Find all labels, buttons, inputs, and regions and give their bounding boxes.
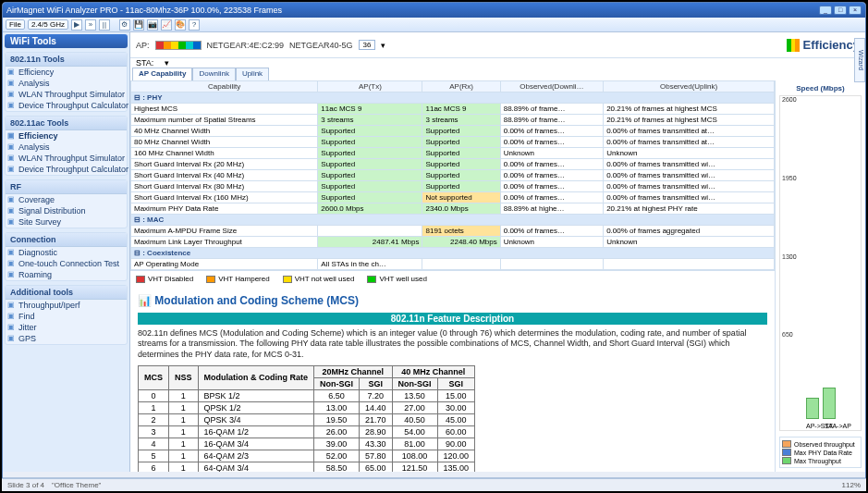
sta-label: STA: bbox=[136, 58, 153, 68]
sidebar-item[interactable]: Diagnostic bbox=[6, 247, 127, 258]
efficiency-header: Efficiency bbox=[787, 38, 860, 52]
sidebar-item[interactable]: Device Throughput Calculator bbox=[6, 164, 127, 175]
table-row[interactable]: Highest MCS11ac MCS 911ac MCS 988.89% of… bbox=[131, 104, 775, 115]
bar bbox=[806, 398, 819, 419]
panel-header[interactable]: 802.11n Tools bbox=[6, 53, 127, 67]
tab-downlink[interactable]: Downlink bbox=[192, 68, 235, 80]
section-header[interactable]: ⊟ : Coexistence bbox=[131, 248, 775, 259]
table-row[interactable]: Short Guard Interval Rx (80 MHz)Supporte… bbox=[131, 181, 775, 192]
sidebar-item[interactable]: Site Survey bbox=[6, 216, 127, 228]
table-row[interactable]: Short Guard Interval Rx (160 MHz)Support… bbox=[131, 192, 775, 203]
maximize-button[interactable]: □ bbox=[834, 6, 847, 15]
minimize-button[interactable]: _ bbox=[819, 6, 832, 15]
help-icon[interactable]: ? bbox=[189, 19, 200, 31]
table-row[interactable]: Maximum Link Layer Throughput2487.41 Mbp… bbox=[131, 237, 775, 248]
speed-chart: AP->STASTA->AP650130019502600 bbox=[779, 95, 862, 431]
desc-band: 802.11n Feature Description bbox=[138, 313, 767, 325]
table-row[interactable]: Maximum A-MPDU Frame Size8191 octets0.00… bbox=[131, 226, 775, 237]
table-row: 21QPSK 3/419.5021.7040.5045.00 bbox=[139, 413, 475, 425]
ap-ssid[interactable]: NETGEAR40-5G bbox=[289, 41, 353, 50]
column-header: Observed(Downli… bbox=[500, 81, 603, 92]
sidebar-header: WiFi Tools bbox=[5, 34, 128, 48]
column-header: Observed(Uplink) bbox=[604, 81, 775, 92]
section-header[interactable]: ⊟ : PHY bbox=[131, 92, 775, 104]
desc-title: Modulation and Coding Scheme (MCS) bbox=[138, 294, 767, 307]
sidebar-item[interactable]: Find bbox=[6, 311, 127, 322]
capture-icon[interactable]: 📷 bbox=[147, 19, 158, 31]
desc-text: 802.11n defines MCS (Modulation and Codi… bbox=[138, 328, 767, 360]
table-row[interactable]: 160 MHz Channel WidthSupportedSupportedU… bbox=[131, 148, 775, 159]
table-row[interactable]: 40 MHz Channel WidthSupportedSupported0.… bbox=[131, 126, 775, 137]
panel-header[interactable]: 802.11ac Tools bbox=[6, 117, 127, 130]
footer: Slide 3 of 4 "Office Theme" 112% bbox=[2, 478, 866, 491]
tabs: AP Capability Downlink Uplink bbox=[130, 68, 865, 80]
toolbar: File 2.4/5 GHz ▶ » || ⚙ 💾 📷 📈 🎨 ? bbox=[3, 18, 865, 32]
mcs-table: MCSNSSModulation & Coding Rate20MHz Chan… bbox=[138, 365, 475, 472]
ap-channel[interactable]: 36 bbox=[359, 40, 376, 50]
chart-icon[interactable]: 📈 bbox=[161, 19, 172, 31]
table-row[interactable]: 80 MHz Channel WidthSupportedSupported0.… bbox=[131, 137, 775, 148]
panel-header[interactable]: RF bbox=[6, 180, 127, 194]
chart-title: Speed (Mbps) bbox=[779, 84, 862, 92]
table-row: 4116-QAM 3/439.0043.3081.0090.00 bbox=[139, 438, 475, 450]
ap-label: AP: bbox=[136, 41, 150, 50]
wizard-tab[interactable]: Wizard bbox=[854, 38, 865, 82]
sidebar-item[interactable]: Efficiency bbox=[6, 67, 127, 78]
band-select[interactable]: 2.4/5 GHz bbox=[28, 19, 68, 30]
efficiency-icon bbox=[787, 39, 800, 52]
sidebar-item[interactable]: Signal Distribution bbox=[6, 205, 127, 216]
table-row[interactable]: AP Operating ModeAll STAs in the ch… bbox=[131, 259, 775, 270]
sta-dropdown-icon[interactable]: ▾ bbox=[165, 58, 169, 68]
ap-mac[interactable]: NETGEAR:4E:C2:99 bbox=[207, 41, 285, 50]
sidebar-item[interactable]: Throughput/Iperf bbox=[6, 300, 127, 311]
sidebar-item[interactable]: Jitter bbox=[6, 322, 127, 333]
table-row[interactable]: Short Guard Interval Rx (20 MHz)Supporte… bbox=[131, 159, 775, 170]
sidebar-item[interactable]: Roaming bbox=[6, 269, 127, 280]
save-icon[interactable]: 💾 bbox=[133, 19, 144, 31]
column-header: Capability bbox=[131, 81, 318, 92]
table-row: 11QPSK 1/213.0014.4027.0030.00 bbox=[139, 401, 475, 413]
tool-icon[interactable]: ⚙ bbox=[119, 19, 130, 31]
forward-icon[interactable]: » bbox=[85, 19, 96, 31]
bar bbox=[823, 388, 836, 419]
titlebar: AirMagnet WiFi Analyzer PRO - 11ac-80Mhz… bbox=[3, 3, 865, 18]
table-row[interactable]: Maximum PHY Data Rate2600.0 Mbps2340.0 M… bbox=[131, 203, 775, 215]
panel-header[interactable]: Connection bbox=[6, 233, 127, 247]
chart-legend: Observed throughputMax PHY Data RateMax … bbox=[779, 437, 862, 468]
capability-table: CapabilityAP(Tx)AP(Rx)Observed(Downli…Ob… bbox=[130, 80, 775, 270]
sidebar-item[interactable]: WLAN Throughput Simulator bbox=[6, 153, 127, 164]
vht-legend: VHT Disabled VHT Hampered VHT not well u… bbox=[130, 270, 775, 287]
column-header: AP(Tx) bbox=[318, 81, 422, 92]
table-row: 5164-QAM 2/352.0057.80108.00120.00 bbox=[139, 450, 475, 462]
tab-ap-capability[interactable]: AP Capability bbox=[132, 68, 192, 80]
table-row[interactable]: Short Guard Interval Rx (40 MHz)Supporte… bbox=[131, 170, 775, 181]
sidebar-item[interactable]: WLAN Throughput Simulator bbox=[6, 89, 127, 100]
sidebar: WiFi Tools 802.11n ToolsEfficiencyAnalys… bbox=[3, 32, 130, 472]
sidebar-item[interactable]: Analysis bbox=[6, 78, 127, 89]
sidebar-item[interactable]: One-touch Connection Test bbox=[6, 258, 127, 269]
slide-indicator: Slide 3 of 4 bbox=[7, 481, 44, 489]
table-row: 01BPSK 1/26.507.2013.5015.00 bbox=[139, 389, 475, 401]
file-menu[interactable]: File bbox=[6, 19, 25, 30]
tab-uplink[interactable]: Uplink bbox=[236, 68, 269, 80]
ap-spectrum-icon bbox=[155, 41, 202, 50]
color-icon[interactable]: 🎨 bbox=[175, 19, 186, 31]
play-icon[interactable]: ▶ bbox=[71, 19, 82, 31]
sidebar-item[interactable]: Coverage bbox=[6, 194, 127, 205]
pause-icon[interactable]: || bbox=[99, 19, 110, 31]
theme-name: "Office Theme" bbox=[52, 481, 101, 489]
ap-dropdown-icon[interactable]: ▾ bbox=[381, 41, 385, 50]
sidebar-item[interactable]: Device Throughput Calculator bbox=[6, 100, 127, 111]
section-header[interactable]: ⊟ : MAC bbox=[131, 215, 775, 226]
sidebar-item[interactable]: GPS bbox=[6, 333, 127, 344]
panel-header[interactable]: Additional tools bbox=[6, 286, 127, 300]
sidebar-item[interactable]: Analysis bbox=[6, 142, 127, 153]
table-row: 3116-QAM 1/226.0028.9054.0060.00 bbox=[139, 425, 475, 438]
zoom-level: 112% bbox=[842, 481, 861, 489]
close-button[interactable]: × bbox=[849, 6, 862, 15]
table-row: 6164-QAM 3/458.5065.00121.50135.00 bbox=[139, 462, 475, 472]
sidebar-item[interactable]: Efficiency bbox=[6, 130, 127, 142]
column-header: AP(Rx) bbox=[422, 81, 500, 92]
app-title: AirMagnet WiFi Analyzer PRO - 11ac-80Mhz… bbox=[6, 6, 282, 15]
table-row[interactable]: Maximum number of Spatial Streams3 strea… bbox=[131, 115, 775, 126]
